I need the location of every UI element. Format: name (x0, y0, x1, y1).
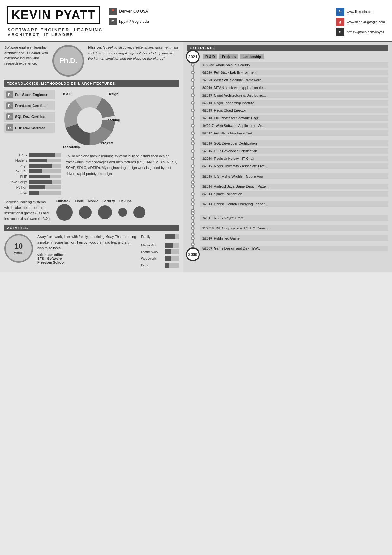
mission-label: Mission: (88, 46, 102, 49)
timeline-gap-8 (200, 243, 388, 246)
cert-label-0: Full Stack Engineer (15, 93, 47, 97)
tech-section: TECHNOLOGIES, METHODOLOGIES & ARCHITECTU… (4, 80, 179, 150)
timeline-dot-8 (191, 124, 195, 128)
hobby-bar-lw-bg (165, 249, 179, 254)
cert-badge-1: Fa (6, 102, 13, 109)
timeline-dot-9 (191, 131, 195, 135)
entry-text-15: Android-Java Game Design Patte... (214, 184, 386, 188)
entry-date-16: 8/2013 (202, 192, 212, 196)
hobby-family: Family (141, 234, 179, 239)
github-item[interactable]: ⊙ https://github.com/kpyall (336, 28, 385, 36)
timeline-entry-5: 8/2018 Regis Leadership Institute (200, 100, 388, 106)
cert-item-1: Fa Front-end Certified (4, 101, 55, 110)
bubble-description: I develop learning systems which take th… (4, 199, 52, 221)
cert-item-2: Fa SQL Dev. Certified (4, 112, 55, 122)
bubble-label-security: Security (102, 199, 115, 203)
entry-text-12: Regis University - IT Chair (214, 157, 386, 160)
bio-text: Software engineer, learning architect an… (4, 45, 49, 66)
skill-label-php: PHP (4, 175, 27, 178)
experience-title: EXPERIENCE (187, 45, 388, 51)
timeline-dot-16 (191, 192, 195, 196)
activities-content: Away from work, I am with family, practi… (37, 234, 137, 264)
timeline-entry-17: 1/2013 Denise Denton Emerging Leader... (200, 201, 388, 207)
entry-date-4: 2/2019 (202, 94, 212, 97)
hobby-label-leatherwork: Leatherwork (141, 250, 163, 254)
bubbles-row (56, 204, 179, 221)
cert-label-3: PHP Dev. Certified (15, 126, 46, 130)
scholar-icon: g (336, 18, 344, 26)
timeline-dot-11 (191, 149, 195, 153)
hobby-bar-family-bg (165, 234, 179, 239)
entry-text-6: Regis Cloud Director (214, 109, 386, 112)
pie-label-design: Design (108, 92, 118, 96)
skill-label-java: Java (4, 191, 27, 195)
hobby-woodwork: Woodwork (141, 256, 179, 261)
timeline-item-17: 1/2013 Denise Denton Emerging Leader... (200, 201, 388, 207)
skill-label-nosql: NoSQL (4, 169, 27, 173)
entry-text-19: R&D inquiry-based STEM Game... (216, 226, 386, 230)
entry-text-17: Denise Denton Emerging Leader... (214, 202, 386, 206)
skill-bars: Linux Node.js SQL (4, 153, 61, 196)
timeline-entry-12: 1/2016 Regis University - IT Chair (200, 156, 388, 161)
timeline-entry-2: 2/2020 Web Soft. Security Framework (200, 77, 388, 83)
skill-linux: Linux (4, 153, 61, 157)
bubble-section: I develop learning systems which take th… (4, 199, 179, 221)
timeline-dot-gap4 (191, 198, 195, 202)
entry-date-0: 11/2020 (202, 63, 214, 67)
entry-text-1: Full Stack Lab Environment (214, 71, 386, 74)
timeline-dot-10 (191, 141, 195, 145)
timeline-entry-16: 8/2013 Space Foundation (200, 191, 388, 197)
skill-bar-java-bg (29, 191, 61, 195)
linkedin-item[interactable]: in www.linkedin.com (336, 8, 385, 16)
skill-label-nodejs: Node.js (4, 159, 27, 162)
phd-label: Ph.D. (59, 57, 77, 65)
hobby-martialarts: Martial Arts (141, 243, 179, 248)
cert-item-3: Fa PHP Dev. Certified (4, 123, 55, 133)
entry-text-14: U.S. Fish& Wildlife - Mobile App (214, 174, 386, 178)
timeline-item-15: 1/2014 Android-Java Game Design Patte... (200, 184, 388, 189)
hobby-bar-ma-fill (165, 243, 173, 248)
timeline-item-7: 1/2018 Full Professor Software Engr. (200, 115, 388, 121)
timeline-item-5: 8/2018 Regis Leadership Institute (200, 100, 388, 106)
timeline-dot-12 (191, 157, 195, 160)
year-circle-2021: 2021 (186, 50, 200, 64)
skill-bar-java-fill (29, 191, 39, 195)
timeline-item-6: 4/2018 Regis Cloud Director (200, 108, 388, 113)
timeline-entry-15: 1/2014 Android-Java Game Design Patte... (200, 184, 388, 189)
timeline-entry-18: 7/2011 NSF - Noyce Grant (200, 215, 388, 221)
timeline-dot-gap5b (191, 211, 195, 215)
entry-date-15: 1/2014 (202, 185, 212, 188)
bubble-mobile (98, 205, 112, 219)
skill-js: Java Script (4, 180, 61, 184)
entry-text-4: Cloud Architecture & Distributed... (214, 93, 386, 97)
timeline-item-2: 2/2020 Web Soft. Security Framework (200, 77, 388, 83)
header: KEVIN PYATT Software Engineer, Learning … (0, 0, 392, 42)
skill-label-js: Java Script (4, 180, 27, 184)
email-item[interactable]: ✉ kpyatt@regis.edu (109, 18, 149, 25)
year-circle-2009: 2009 (186, 247, 200, 261)
hobby-leatherwork: Leatherwork (141, 249, 179, 254)
skills-description: I build web and mobile learning systems … (66, 153, 179, 196)
phd-circle: Ph.D. (52, 45, 84, 77)
timeline-entry-3: 8/2019 MEAN stack web application de... (200, 85, 388, 90)
bubble-fullstack (56, 204, 73, 221)
bubble-security (118, 208, 127, 217)
entry-text-9: Full Stack Graduate Cert. (214, 131, 386, 135)
timeline-dot-0 (191, 63, 195, 67)
activities-title: ACTVITIES (4, 225, 179, 231)
cert-badge-2: Fa (6, 113, 13, 120)
skill-java: Java (4, 191, 61, 195)
timeline-dot-gap2 (191, 170, 195, 174)
hobby-bar-ma-bg (165, 243, 179, 248)
entry-date-10: 9/2016 (202, 142, 212, 145)
entry-date-12: 1/2016 (202, 157, 212, 160)
tech-inner: Fa Full Stack Engineer Fa Front-end Cert… (4, 90, 179, 150)
entry-date-13: 8/2015 (202, 165, 212, 168)
entry-date-11: 5/2016 (202, 149, 212, 153)
timeline-dot-20 (191, 236, 195, 240)
skill-bar-nodejs-bg (29, 159, 61, 162)
skill-bar-nosql-fill (29, 169, 42, 173)
scholar-item[interactable]: g www.scholar.google.com (336, 18, 385, 26)
timeline-entry-4: 2/2019 Cloud Architecture & Distributed.… (200, 92, 388, 98)
svg-point-5 (77, 107, 102, 133)
